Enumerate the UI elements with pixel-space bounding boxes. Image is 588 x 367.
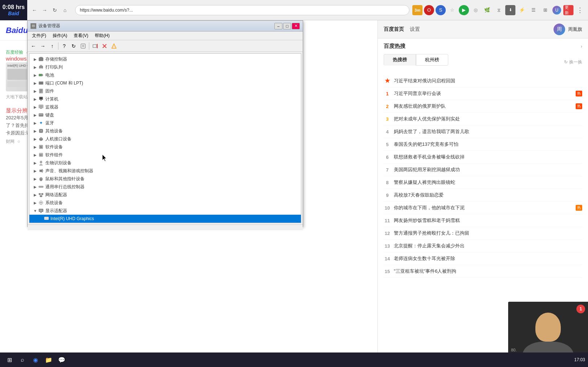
hot-item-11[interactable]: 10 你的城市在下雨，他的城市在下泥 热 (384, 202, 582, 214)
maximize-button[interactable]: □ (283, 23, 291, 29)
address-bar[interactable]: https://www.baidu.com/s?... (75, 5, 409, 15)
more-button[interactable]: ⋮ (575, 5, 585, 15)
taskbar-start[interactable]: ⊞ (4, 354, 15, 366)
expand-storage: ▶ (32, 56, 38, 62)
dm-tree[interactable]: ▶ 存储控制器 ▶ 打印队列 ▶ (29, 53, 301, 223)
baidu-home-link[interactable]: 百度首页 (384, 26, 404, 33)
extension-icon-9[interactable]: ⚡ (517, 5, 527, 15)
update-button[interactable]: 更新 (563, 5, 573, 15)
label-battery: 电池 (45, 72, 54, 78)
hot-item-9[interactable]: 8 警察从嫌疑人裤兜掏出眼镜蛇 (384, 176, 582, 189)
user-avatar-icon[interactable]: U (552, 5, 562, 15)
svg-text:SC: SC (39, 154, 43, 156)
tree-item-nvidia[interactable]: NVIDIA GeForce MX250 (29, 223, 301, 223)
tree-item-port[interactable]: ▶ 端口 (COM 和 LPT) (29, 79, 301, 87)
menu-view[interactable]: 查看(V) (71, 32, 91, 40)
hot-text: 网友感壮观的俄罗斯护队 (394, 103, 573, 110)
hot-search-expand-icon[interactable]: › (581, 44, 582, 49)
toolbar-scan[interactable] (91, 42, 99, 50)
hot-item-6[interactable]: 5 泰国丢失的钯137究竟有多可怕 (384, 138, 582, 151)
toolbar-up[interactable]: ↑ (48, 42, 57, 50)
menu-help[interactable]: 帮助(H) (92, 32, 113, 40)
hot-item-15[interactable]: 14 老师连病女生数十耳光被开除 (384, 252, 582, 265)
extension-icon-11[interactable]: ⊞ (540, 5, 550, 15)
toolbar-help[interactable]: ! (110, 42, 118, 50)
extension-icon-8[interactable]: ⬇ (505, 5, 515, 15)
hot-item-5[interactable]: 4 妈妈去世了，遗言给我唱了两首儿歌 (384, 125, 582, 138)
tree-item-other[interactable]: ▶ ? 其他设备 (29, 127, 301, 135)
extension-icon-2[interactable]: O (424, 5, 434, 15)
tree-item-mouse[interactable]: ▶ 鼠标和其他指针设备 (29, 175, 301, 183)
tree-item-computer[interactable]: ▶ 计算机 (29, 95, 301, 103)
hot-item-1[interactable]: ★ 习近平结束对俄访问启程回国 (384, 74, 582, 87)
toolbar-refresh[interactable]: ↻ (69, 42, 78, 50)
result-1-bottom-label: 大地下载站 (6, 94, 28, 100)
menu-file[interactable]: 文件(F) (29, 32, 49, 40)
tree-item-monitor[interactable]: ▶ 监视器 (29, 103, 301, 111)
tab-hangzhou[interactable]: 杭州榜 (416, 54, 448, 66)
minimize-button[interactable]: – (274, 23, 282, 29)
hot-item-4[interactable]: 3 把对未成年人优先保护落到实处 (384, 113, 582, 125)
taskbar-browser[interactable]: ◉ (30, 354, 41, 366)
tree-item-biometric[interactable]: ▶ 生物识别设备 (29, 159, 301, 167)
tree-item-network[interactable]: ▶ 网络适配器 (29, 191, 301, 199)
hot-item-13[interactable]: 12 警方通报男子抢椅殴打女儿：已拘留 (384, 227, 582, 240)
hot-rank: 2 (384, 104, 391, 109)
extension-icon-green[interactable]: ▶ (459, 5, 469, 15)
menu-action[interactable]: 操作(A) (50, 32, 70, 40)
svg-rect-69 (40, 212, 42, 213)
taskbar-file[interactable]: 📁 (43, 354, 54, 366)
tree-item-battery[interactable]: ▶ 电池 (29, 71, 301, 79)
settings-link[interactable]: 设置 (410, 26, 420, 33)
back-button[interactable]: ← (30, 6, 39, 15)
tree-item-sound[interactable]: ▶ 声音、视频和游戏控制器 (29, 167, 301, 175)
expand-battery: ▶ (32, 72, 38, 78)
taskbar-search[interactable]: ⌕ (17, 354, 28, 366)
hot-item-3[interactable]: 2 网友感壮观的俄罗斯护队 热 (384, 100, 582, 113)
hot-item-14[interactable]: 13 北京提醒：停止露天集会减少外出 (384, 240, 582, 252)
hot-item-16[interactable]: 15 "三亚租车被坑"事件6人被刑拘 (384, 265, 582, 278)
tree-item-storage[interactable]: ▶ 存储控制器 (29, 55, 301, 63)
hot-item-7[interactable]: 6 联想拯救者手机业务被曝全线砍掉 (384, 151, 582, 164)
tree-item-display-adapter[interactable]: ▼ 显示适配器 (29, 207, 301, 215)
extension-icon-1[interactable]: 3m (412, 5, 422, 15)
tree-item-serial-bus[interactable]: ▶ 通用串行总线控制器 (29, 183, 301, 191)
svg-rect-33 (40, 108, 42, 109)
tree-item-keyboard[interactable]: ▶ 键盘 (29, 111, 301, 119)
hot-item-10[interactable]: 9 高校放7天春假鼓励恋爱 (384, 189, 582, 202)
tree-item-intel-uhd[interactable]: Intel(R) UHD Graphics (29, 215, 301, 223)
label-mouse: 鼠标和其他指针设备 (45, 176, 85, 182)
time-display: 0:08 hrs Baid (0, 0, 27, 20)
tree-item-firmware[interactable]: ▶ 固件 (29, 87, 301, 95)
extension-icon-star[interactable]: ☆ (447, 5, 457, 15)
user-avatar[interactable]: 周 (554, 24, 565, 35)
hot-item-2[interactable]: 1 习近平同普京举行会谈 热 (384, 87, 582, 100)
dm-title-bar[interactable]: 设备管理器 – □ ✕ (28, 21, 303, 32)
update-label: 更新 (565, 5, 572, 16)
extension-icon-circle[interactable]: ◎ (470, 5, 481, 15)
home-button[interactable]: ⌂ (61, 6, 69, 15)
tree-item-system[interactable]: ▶ 系统设备 (29, 199, 301, 207)
extension-icon-3[interactable]: S (436, 5, 446, 15)
tree-item-hid[interactable]: ▶ 人机接口设备 (29, 135, 301, 143)
taskbar-app-1[interactable]: 💬 (56, 354, 68, 366)
tree-item-software-comp[interactable]: ▶ SC 软件组件 (29, 151, 301, 159)
refresh-button[interactable]: ↻ (50, 6, 59, 15)
hot-item-12[interactable]: 11 网友扬州炒饭雪糕和老干妈雪糕 (384, 214, 582, 227)
forward-button[interactable]: → (40, 6, 49, 15)
tree-item-bluetooth[interactable]: ▶ ✦ 蓝牙 (29, 119, 301, 127)
hot-item-8[interactable]: 7 美国两囚犯用牙刷挖洞越狱成功 (384, 164, 582, 176)
toolbar-properties[interactable] (79, 42, 87, 50)
extension-icon-leaf[interactable]: 🌿 (482, 5, 492, 15)
toolbar-forward[interactable]: → (38, 42, 47, 50)
toolbar-remove[interactable] (100, 42, 109, 50)
tab-hot[interactable]: 热搜榜 (384, 54, 416, 66)
toolbar-show-hide[interactable]: ? (60, 42, 69, 50)
tree-item-printer[interactable]: ▶ 打印队列 (29, 63, 301, 71)
toolbar-back[interactable]: ← (29, 42, 38, 50)
close-button[interactable]: ✕ (292, 23, 300, 29)
extension-icon-7[interactable]: ⧖ (494, 5, 504, 15)
extension-icon-10[interactable]: ☰ (528, 5, 539, 15)
tree-item-software-dev[interactable]: ▶ S 软件设备 (29, 143, 301, 151)
refresh-btn[interactable]: ↻ 换一换 (564, 59, 582, 65)
